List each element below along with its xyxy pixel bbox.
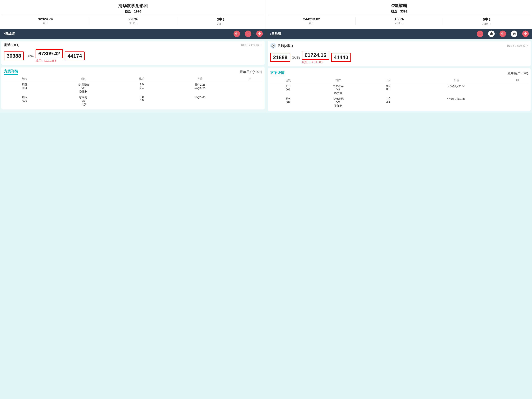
left-table-header-row: 场次 对阵 比分 投注 胆: [4, 76, 262, 82]
left-stat-label-3: 7日 ，: [217, 22, 224, 26]
right-arrow-4: ←: [518, 32, 521, 36]
left-stat-1: 92924.74 累计: [2, 17, 89, 25]
left-bet-deadline: 10-18 21:30截止: [241, 43, 262, 47]
left-bet-header: 足球(2串1) 10-18 21:30截止: [4, 43, 262, 47]
right-plan-section: 方案详情 跟单用户(396) 场次 对阵 比分 投注 胆 周五 001 中央海岸…: [268, 68, 531, 111]
right-stat-2: 163% 7日尸...: [355, 17, 443, 25]
left-arrow-2: ←: [252, 32, 255, 36]
right-th-2: 对阵: [306, 77, 370, 83]
right-stat-value-2: 163%: [395, 17, 404, 21]
left-td-bet-0: 胜@1.23 平@5.20: [163, 82, 237, 95]
left-arrow-1: ←: [241, 32, 244, 36]
left-stats-row: 92924.74 累计 223% 7日尅... 3中3 7日 ，: [2, 15, 264, 27]
right-fans: 粉丝 3393: [268, 9, 530, 14]
right-th-5: 胆: [507, 77, 528, 83]
left-td-dan-0: [237, 82, 262, 95]
right-bet-numbers: 21888 10% 61724.16 威星：LC1L888 41440: [270, 51, 528, 64]
left-card: 清华数学竞彩团 粉丝 1976 92924.74 累计 223% 7日尅... …: [0, 0, 266, 113]
left-th-4: 投注: [163, 76, 237, 82]
left-th-2: 对阵: [45, 76, 121, 82]
left-header: 清华数学竞彩团 粉丝 1976 92924.74 累计 223% 7日尅... …: [0, 0, 266, 29]
left-plan-table: 场次 对阵 比分 投注 胆 周五 004 多特蒙德 VS 圣保利 1:0 2:1…: [4, 76, 262, 107]
right-bet-deadline: 10-18 16:05截止: [507, 44, 528, 48]
right-stat-label-1: 累计l: [309, 22, 315, 25]
left-stat-label-2: 7日尅...: [129, 22, 137, 25]
left-th-3: 比分: [121, 76, 163, 82]
right-battle-bar: 7日战绩 中 ← 未 ← 中 ← 未 ← 中: [266, 29, 532, 39]
left-td-teams-1: 摩纳哥 VS 里尔: [45, 95, 121, 107]
left-weixin: 威星：LC1L888: [36, 59, 56, 63]
right-stat-3: 5中3 7日己，: [443, 17, 530, 26]
right-arrow-2: ←: [496, 32, 499, 36]
right-badge-2: 未: [488, 31, 495, 37]
left-number-1: 30388: [4, 51, 24, 60]
right-card: C螺霸霸 粉丝 3393 244213.82 累计l 163% 7日尸... 5…: [266, 0, 532, 113]
left-badge-2: 中: [245, 31, 251, 37]
right-th-1: 场次: [270, 77, 306, 83]
left-stat-2: 223% 7日尅...: [89, 17, 177, 25]
left-badge-3: 中: [256, 31, 263, 37]
left-stat-value-1: 92924.74: [38, 17, 53, 21]
right-td-teams-0: 中央海岸 VS 墨胜利: [306, 83, 370, 96]
right-table-header-row: 场次 对阵 比分 投注 胆: [270, 77, 528, 83]
right-header: C螺霸霸 粉丝 3393 244213.82 累计l 163% 7日尸... 5…: [266, 0, 532, 29]
right-plan-title: 方案详情: [270, 70, 285, 76]
left-bet-section: 足球(2串1) 10-18 21:30截止 30388 10% 67309.42…: [1, 41, 265, 65]
left-td-score-0: 1:0 2:1: [121, 82, 163, 95]
right-fans-count: 3393: [400, 10, 407, 13]
right-td-match-1: 周五 004: [270, 96, 306, 109]
left-td-match-1: 周五 005: [4, 95, 45, 107]
right-badge-4: 未: [511, 31, 517, 37]
right-number-4: 41440: [331, 53, 351, 62]
right-td-teams-1: 多特蒙德 VS 圣保利: [306, 96, 370, 109]
left-plan-section: 方案详情 跟单用户(500+) 场次 对阵 比分 投注 胆 周五 004 多特蒙…: [1, 67, 265, 109]
left-td-match-0: 周五 004: [4, 82, 45, 95]
right-follow-users: 跟单用户(396): [507, 71, 528, 76]
right-badge-1: 中: [477, 31, 483, 37]
left-plan-title: 方案详情: [4, 69, 18, 75]
right-td-score-0: 0:0 0:0: [370, 83, 406, 96]
right-td-dan-0: [507, 83, 528, 96]
right-fans-label: 粉丝: [391, 10, 397, 13]
left-table-row: 周五 004 多特蒙德 VS 圣保利 1:0 2:1 胜@1.23 平@5.20: [4, 82, 262, 95]
left-th-1: 场次: [4, 76, 45, 82]
football-icon: ⚽: [270, 43, 276, 49]
left-td-dan-1: [237, 95, 262, 107]
right-td-bet-1: 让负(-2)@1.88: [406, 96, 507, 109]
right-pct: 10%: [292, 55, 300, 60]
right-table-row: 周五 004 多特蒙德 VS 圣保利 1:0 2:1 让负(-2)@1.88: [270, 96, 528, 109]
right-th-4: 投注: [406, 77, 507, 83]
right-plan-header: 方案详情 跟单用户(396): [270, 70, 528, 76]
left-title: 清华数学竞彩团: [2, 3, 264, 9]
right-badge-5: 中: [522, 31, 529, 37]
right-stat-1: 244213.82 累计l: [268, 17, 355, 25]
right-plan-table: 场次 对阵 比分 投注 胆 周五 001 中央海岸 VS 墨胜利 0:0 0:0…: [270, 77, 528, 109]
left-bet-numbers: 30388 10% 67309.42 威星：LC1L888 44174: [4, 49, 262, 63]
left-bet-type: 足球(2串1): [4, 43, 19, 47]
right-stat-value-3: 5中3: [483, 17, 490, 22]
right-stat-value-1: 244213.82: [303, 17, 320, 21]
left-battle-bar: 7日战绩 中 ← 中 ← 中: [0, 29, 266, 39]
left-table-row: 周五 005 摩纳哥 VS 里尔 0:0 0:0 平@3.60: [4, 95, 262, 107]
left-fans: 粉丝 1976: [2, 9, 264, 14]
right-table-row: 周五 001 中央海岸 VS 墨胜利 0:0 0:0 让负(-1)@1.50: [270, 83, 528, 96]
left-fans-count: 1976: [134, 10, 141, 13]
left-plan-header: 方案详情 跟单用户(500+): [4, 69, 262, 75]
left-td-score-1: 0:0 0:0: [121, 95, 163, 107]
right-number-1: 21888: [270, 53, 290, 62]
right-td-dan-1: [507, 96, 528, 109]
left-follow-users: 跟单用户(500+): [240, 70, 262, 74]
left-battle-icons: 中 ← 中 ← 中: [234, 31, 263, 37]
right-arrow-1: ←: [484, 32, 487, 36]
right-stats-row: 244213.82 累计l 163% 7日尸... 5中3 7日己，: [268, 15, 530, 27]
left-fans-label: 粉丝: [125, 10, 131, 13]
right-badge-3: 中: [500, 31, 506, 37]
right-number-3: 61724.16: [302, 51, 329, 60]
right-td-score-1: 1:0 2:1: [370, 96, 406, 109]
left-td-bet-1: 平@3.60: [163, 95, 237, 107]
right-bet-type: ⚽ 足球(2串1): [270, 43, 293, 49]
left-stat-value-2: 223%: [128, 17, 138, 21]
right-arrow-3: ←: [507, 32, 510, 36]
right-title: C螺霸霸: [268, 3, 530, 9]
right-th-3: 比分: [370, 77, 406, 83]
